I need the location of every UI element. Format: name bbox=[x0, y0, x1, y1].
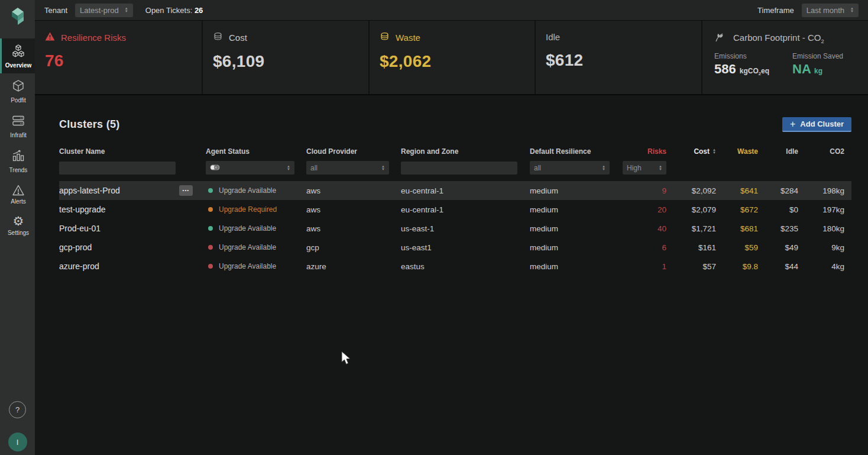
select-arrows-icon: ▲▼ bbox=[125, 7, 128, 13]
risks-filter-select[interactable]: High ▲▼ bbox=[623, 161, 666, 175]
kpi-value: $612 bbox=[546, 51, 701, 70]
col-waste: Waste bbox=[716, 147, 758, 156]
cell-risks: 9 bbox=[623, 186, 666, 195]
cluster-name-filter-input[interactable] bbox=[59, 162, 176, 175]
content-area: Clusters (5) + Add Cluster Cluster Name … bbox=[35, 95, 868, 455]
cell-cost: $57 bbox=[666, 262, 716, 271]
col-cost-sortable[interactable]: Cost ▲▼ bbox=[666, 147, 716, 156]
cell-agent-status: Upgrade Available bbox=[206, 262, 306, 270]
sidebar-item-overview[interactable]: Overview bbox=[0, 38, 35, 73]
cell-risks: 40 bbox=[623, 224, 666, 233]
toggle-icon bbox=[210, 164, 220, 172]
cell-waste: $641 bbox=[716, 186, 758, 195]
plus-icon: + bbox=[790, 120, 795, 128]
sidebar-item-podfit[interactable]: Podfit bbox=[0, 73, 35, 108]
cell-resilience: medium bbox=[530, 262, 623, 271]
help-button[interactable]: ? bbox=[9, 401, 26, 418]
cell-agent-status: Upgrade Available bbox=[206, 243, 306, 251]
tenant-select[interactable]: Latest-prod ▲▼ bbox=[75, 4, 133, 17]
warning-triangle-icon bbox=[11, 183, 25, 196]
sidebar-item-trends[interactable]: Trends bbox=[0, 143, 35, 178]
cell-cluster-name: azure-prod bbox=[59, 262, 206, 271]
col-cloud-provider: Cloud Provider bbox=[306, 147, 401, 156]
col-idle: Idle bbox=[758, 147, 798, 156]
kpi-label: Resilience Risks bbox=[61, 33, 126, 43]
tenant-select-value: Latest-prod bbox=[80, 6, 119, 15]
emission-saved-label: Emission Saved bbox=[792, 52, 868, 60]
select-arrows-icon: ▲▼ bbox=[602, 165, 605, 171]
status-dot-icon bbox=[208, 188, 213, 193]
cell-cluster-name: apps-latest-Prod••• bbox=[59, 186, 206, 195]
cell-agent-status: Upgrade Available bbox=[206, 186, 306, 195]
table-row[interactable]: azure-prodUpgrade Availableazureeastusme… bbox=[59, 257, 851, 276]
kpi-cost: Cost $6,109 bbox=[203, 21, 370, 94]
status-dot-icon bbox=[208, 226, 213, 231]
select-arrows-icon: ▲▼ bbox=[850, 7, 854, 13]
emission-saved-value: NA kg bbox=[792, 62, 868, 77]
emissions-value: 586 kgCO2eq bbox=[714, 62, 792, 77]
table-row[interactable]: apps-latest-Prod•••Upgrade Availableawse… bbox=[59, 181, 851, 200]
cell-co2: 198kg bbox=[798, 186, 844, 195]
servers-icon bbox=[11, 114, 25, 130]
cubes-icon bbox=[11, 44, 25, 60]
cell-agent-status: Upgrade Required bbox=[206, 205, 306, 214]
cell-cloud-provider: gcp bbox=[306, 243, 401, 252]
cell-cluster-name: gcp-prod bbox=[59, 243, 206, 252]
cloud-provider-filter-select[interactable]: all ▲▼ bbox=[306, 161, 389, 175]
status-dot-icon bbox=[208, 245, 213, 250]
cell-risks: 1 bbox=[623, 262, 666, 271]
status-dot-icon bbox=[208, 207, 213, 212]
cell-region: eu-central-1 bbox=[401, 205, 530, 214]
status-label: Upgrade Available bbox=[219, 186, 276, 195]
sidebar-item-label: Overview bbox=[5, 62, 31, 69]
tenant-label: Tenant bbox=[44, 6, 67, 15]
app-logo-icon bbox=[9, 5, 27, 29]
add-cluster-button[interactable]: + Add Cluster bbox=[782, 117, 851, 132]
sidebar-item-label: Trends bbox=[9, 167, 28, 173]
table-filters: ▲▼ all ▲▼ all ▲▼ High ▲▼ bbox=[59, 161, 851, 175]
row-menu-button[interactable]: ••• bbox=[179, 185, 193, 196]
sidebar-item-label: Settings bbox=[8, 230, 29, 236]
clusters-table: Cluster Name Agent Status Cloud Provider… bbox=[59, 147, 851, 276]
cell-cluster-name: test-upgrade bbox=[59, 205, 206, 214]
timeframe-label: Timeframe bbox=[757, 6, 794, 15]
kpi-strip: Resilience Risks 76 Cost $6,109 bbox=[35, 21, 868, 95]
page-title: Clusters (5) bbox=[59, 118, 120, 131]
col-agent-status: Agent Status bbox=[206, 147, 306, 156]
emissions-unit: kgCO2eq bbox=[740, 67, 769, 75]
main-column: Tenant Latest-prod ▲▼ Open Tickets: 26 T… bbox=[35, 0, 868, 455]
col-region-zone: Region and Zone bbox=[401, 147, 530, 156]
kpi-label: Cost bbox=[229, 33, 247, 43]
table-row[interactable]: gcp-prodUpgrade Availablegcpus-east1medi… bbox=[59, 238, 851, 257]
cell-waste: $9.8 bbox=[716, 262, 758, 271]
user-avatar[interactable]: I bbox=[8, 433, 27, 451]
cell-co2: 180kg bbox=[798, 224, 844, 233]
agent-status-filter-select[interactable]: ▲▼ bbox=[206, 161, 294, 175]
sidebar-item-alerts[interactable]: Alerts bbox=[0, 178, 35, 209]
coins-icon bbox=[380, 32, 390, 43]
open-tickets: Open Tickets: 26 bbox=[145, 6, 203, 15]
default-resilience-filter-select[interactable]: all ▲▼ bbox=[530, 161, 610, 175]
cell-resilience: medium bbox=[530, 224, 623, 233]
sidebar-item-infrafit[interactable]: Infrafit bbox=[0, 108, 35, 143]
cell-co2: 197kg bbox=[798, 205, 844, 214]
table-row[interactable]: test-upgradeUpgrade Requiredawseu-centra… bbox=[59, 200, 851, 219]
timeframe-select[interactable]: Last month ▲▼ bbox=[802, 4, 859, 17]
cell-idle: $0 bbox=[758, 205, 798, 214]
cell-resilience: medium bbox=[530, 243, 623, 252]
warning-triangle-icon bbox=[45, 32, 55, 43]
cell-co2: 4kg bbox=[798, 262, 844, 271]
kpi-value: 76 bbox=[45, 51, 202, 70]
table-row[interactable]: Prod-eu-01Upgrade Availableawsus-east-1m… bbox=[59, 219, 851, 238]
region-filter-input[interactable] bbox=[401, 162, 517, 175]
sidebar-item-settings[interactable]: ⚙ Settings bbox=[0, 209, 35, 241]
kpi-value: $6,109 bbox=[213, 52, 368, 71]
cell-risks: 20 bbox=[623, 205, 666, 214]
kpi-label: Carbon Footprint - CO2 bbox=[733, 33, 824, 44]
sidebar-bottom: ? I bbox=[8, 401, 27, 455]
cell-idle: $284 bbox=[758, 186, 798, 195]
topbar: Tenant Latest-prod ▲▼ Open Tickets: 26 T… bbox=[35, 0, 868, 21]
table-header: Cluster Name Agent Status Cloud Provider… bbox=[59, 147, 851, 156]
cell-waste: $59 bbox=[716, 243, 758, 252]
leaf-icon bbox=[714, 32, 725, 44]
